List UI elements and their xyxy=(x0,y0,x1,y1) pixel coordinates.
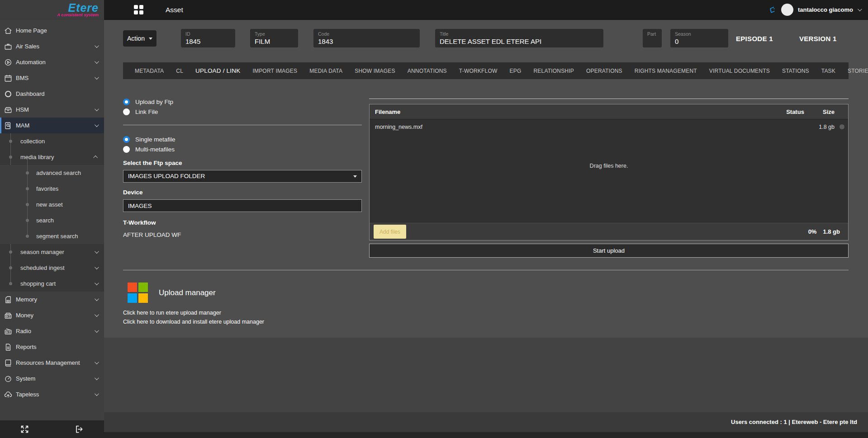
sidebar-item-label: Tapeless xyxy=(16,391,39,398)
sidebar-item-reports[interactable]: Reports xyxy=(0,339,104,355)
sidebar-item-segment-search[interactable]: segment search xyxy=(0,228,104,244)
cloud-upload-icon xyxy=(4,391,12,399)
type-field[interactable]: Type FILM xyxy=(250,29,298,47)
chevron-down-icon xyxy=(353,175,357,178)
sidebar-item-collection[interactable]: collection xyxy=(0,133,104,149)
tab-metadata[interactable]: METADATA xyxy=(135,68,164,74)
filename-column-header: Filename xyxy=(370,108,400,115)
sidebar-item-new-asset[interactable]: new asset xyxy=(0,197,104,212)
sidebar-item-favorites[interactable]: favorites xyxy=(0,181,104,197)
season-field[interactable]: Season 0 xyxy=(670,29,728,47)
install-upload-manager-link[interactable]: Click here to download and install etere… xyxy=(123,319,264,325)
sidebar-item-season-manager[interactable]: season manager xyxy=(0,244,104,260)
file-name: morning_news.mxf xyxy=(370,124,422,130)
device-input[interactable] xyxy=(123,199,362,212)
chevron-down-icon xyxy=(95,312,99,317)
status-bar: Users connected : 1 | Etereweb - Etere p… xyxy=(104,412,868,432)
chevron-down-icon xyxy=(95,59,99,64)
chevron-down-icon xyxy=(95,75,99,80)
main-content: Action ID 1845 Type FILM Code 1843 Title… xyxy=(104,20,868,438)
tab-operations[interactable]: OPERATIONS xyxy=(586,68,622,74)
archive-icon xyxy=(4,106,12,114)
sidebar-item-radio[interactable]: Radio xyxy=(0,323,104,339)
tab-import-images[interactable]: IMPORT IMAGES xyxy=(252,68,297,74)
tworkflow-value: AFTER UPLOAD WF xyxy=(123,231,362,238)
logout-icon[interactable] xyxy=(75,424,84,434)
part-field[interactable]: Part xyxy=(643,29,662,47)
file-queue-header: Filename Status Size xyxy=(370,104,848,119)
tab-stations[interactable]: STATIONS xyxy=(782,68,809,74)
sidebar-item-label: scheduled ingest xyxy=(20,264,65,271)
tab-t-workflow[interactable]: T-WORKFLOW xyxy=(459,68,498,74)
chevron-up-icon xyxy=(93,155,98,160)
file-remove-icon[interactable] xyxy=(840,124,844,129)
action-button[interactable]: Action xyxy=(123,30,157,47)
chevron-down-icon xyxy=(95,122,99,127)
add-files-button[interactable]: Add files xyxy=(374,225,406,239)
sidebar-item-dashboard[interactable]: Dashboard xyxy=(0,86,104,102)
sidebar-item-label: season manager xyxy=(20,249,64,255)
sidebar-item-system[interactable]: System xyxy=(0,371,104,386)
id-field[interactable]: ID 1845 xyxy=(181,29,235,47)
sidebar-item-advanced-search[interactable]: advanced search xyxy=(0,165,104,181)
tab-show-images[interactable]: SHOW IMAGES xyxy=(355,68,395,74)
sidebar-item-home-page[interactable]: Home Page xyxy=(0,23,104,38)
sidebar-item-label: favorites xyxy=(36,185,58,192)
sidebar-item-label: shopping cart xyxy=(20,280,56,287)
radio-upload-by-ftp[interactable]: Upload by Ftp xyxy=(123,97,362,107)
tab-cl[interactable]: CL xyxy=(176,68,183,74)
title-field[interactable]: Title DELETE ASSET EDL ETERE API xyxy=(435,29,603,47)
tab-media-data[interactable]: MEDIA DATA xyxy=(309,68,342,74)
sidebar-item-tapeless[interactable]: Tapeless xyxy=(0,386,104,402)
sidebar-item-money[interactable]: Money xyxy=(0,307,104,323)
sidebar-item-label: Dashboard xyxy=(16,90,45,97)
sidebar-item-resources-management[interactable]: Resources Management xyxy=(0,355,104,371)
radio-single-metafile[interactable]: Single metafile xyxy=(123,134,362,144)
radio-link-file[interactable]: Link File xyxy=(123,107,362,117)
tab-annotations[interactable]: ANNOTATIONS xyxy=(408,68,447,74)
radio-multi-metafiles[interactable]: Multi-metafiles xyxy=(123,144,362,154)
sidebar-item-label: Reports xyxy=(16,344,37,350)
sidebar-item-search[interactable]: search xyxy=(0,212,104,228)
tab-task[interactable]: TASK xyxy=(821,68,835,74)
code-field[interactable]: Code 1843 xyxy=(313,29,420,47)
sidebar-item-memory[interactable]: Memory xyxy=(0,292,104,307)
sidebar-item-bms[interactable]: BMS xyxy=(0,70,104,86)
sidebar-item-air-sales[interactable]: Air Sales xyxy=(0,38,104,54)
tab-epg[interactable]: EPG xyxy=(509,68,521,74)
tab-upload-link[interactable]: UPLOAD / LINK xyxy=(195,67,240,74)
file-drop-zone[interactable]: morning_news.mxf 1.8 gb Drag files here. xyxy=(370,119,848,223)
sidebar-item-scheduled-ingest[interactable]: scheduled ingest xyxy=(0,260,104,276)
status-column-header: Status xyxy=(779,108,811,115)
media-library-submenu: advanced search favorites new asset sear… xyxy=(0,165,104,244)
ftp-space-select[interactable]: IMAGES UPLOAD FOLDER xyxy=(123,170,362,183)
apps-grid-icon[interactable] xyxy=(134,5,143,14)
document-search-icon xyxy=(4,122,12,130)
chevron-down-icon xyxy=(149,38,152,40)
id-field-label: ID xyxy=(185,31,231,37)
run-upload-manager-link[interactable]: Click here to run etere upload manager xyxy=(123,310,221,316)
chevron-down-icon xyxy=(95,376,99,380)
sidebar-item-shopping-cart[interactable]: shopping cart xyxy=(0,276,104,292)
chevron-down-icon xyxy=(95,391,99,396)
file-row[interactable]: morning_news.mxf 1.8 gb xyxy=(370,119,848,135)
separator xyxy=(123,125,362,125)
tab-rights-management[interactable]: RIGHTS MANAGEMENT xyxy=(635,68,697,74)
start-upload-button[interactable]: Start upload xyxy=(369,244,849,258)
sidebar-item-label: segment search xyxy=(36,233,78,240)
sidebar-item-automation[interactable]: Automation xyxy=(0,54,104,70)
fullscreen-icon[interactable] xyxy=(20,424,29,434)
size-column-header: Size xyxy=(814,108,835,115)
sidebar-item-label: Automation xyxy=(16,59,46,66)
user-menu[interactable]: tantalocco giacomo xyxy=(768,4,868,16)
sidebar-item-media-library[interactable]: media library xyxy=(0,149,104,165)
sidebar-item-label: System xyxy=(16,375,35,382)
version-flag: VERSION 1 xyxy=(799,35,837,42)
tab-stories[interactable]: STORIES xyxy=(848,68,868,74)
file-queue-toolbar: Add files 0% 1.8 gb xyxy=(370,223,848,240)
sidebar-item-hsm[interactable]: HSM xyxy=(0,102,104,118)
tab-virtual-documents[interactable]: VIRTUAL DOCUMENTS xyxy=(709,68,770,74)
logo-tagline: A consistent system xyxy=(57,12,99,17)
sidebar-item-mam[interactable]: MAM xyxy=(0,118,104,133)
tab-relationship[interactable]: RELATIONSHIP xyxy=(533,68,574,74)
